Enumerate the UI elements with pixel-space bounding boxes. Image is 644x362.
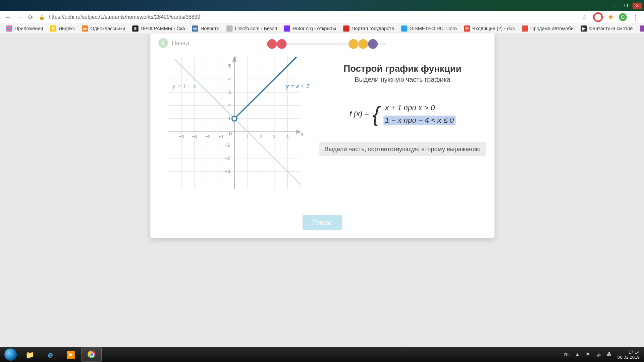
taskbar-clock[interactable]: 17:14 08.02.2019 xyxy=(618,350,640,359)
browser-menu-icon[interactable]: ⋮ xyxy=(632,13,639,21)
bookmark-item[interactable]: Портал государств xyxy=(340,24,396,33)
svg-text:3: 3 xyxy=(228,90,231,95)
window-minimize-button[interactable]: — xyxy=(609,2,619,8)
bookmark-label: GISMETEO.RU: Пого xyxy=(410,26,457,31)
windows-orb-icon xyxy=(4,348,17,361)
window-close-button[interactable]: ✕ xyxy=(633,2,642,8)
chrome-icon xyxy=(88,351,96,359)
progress-dots xyxy=(267,39,378,49)
bookmark-favicon: ▶ xyxy=(581,25,587,31)
bookmark-item[interactable]: Rutor org - открыты xyxy=(281,24,339,33)
bookmark-item[interactable]: GISMETEO.RU: Пого xyxy=(398,24,460,33)
svg-line-35 xyxy=(175,59,301,185)
task-panel: Построй график функции Выдели нужную час… xyxy=(311,53,495,210)
bookmark-item[interactable]: okОдноклассники xyxy=(79,24,128,33)
nav-forward-icon[interactable]: → xyxy=(16,14,23,21)
profile-avatar[interactable]: O xyxy=(619,13,627,21)
svg-text:1: 1 xyxy=(228,116,231,121)
svg-text:3: 3 xyxy=(273,134,276,139)
y-axis-label: y xyxy=(233,55,236,61)
svg-text:2: 2 xyxy=(260,134,262,139)
line-label-2: y = x + 1 xyxy=(286,82,310,89)
case-2-selected[interactable]: 1 − x при − 4 < x ≤ 0 xyxy=(383,116,455,125)
bookmark-favicon: vk xyxy=(192,25,198,31)
bookmarks-bar: Приложения ЯЯндексokОдноклассникиSПРОГРА… xyxy=(0,23,644,34)
svg-text:−2: −2 xyxy=(224,156,230,161)
tray-flag-icon[interactable]: ⚑ xyxy=(586,352,592,358)
bookmark-label: Входящие (2) - dus xyxy=(472,26,515,31)
apps-button[interactable]: Приложения xyxy=(4,24,46,33)
progress-dot xyxy=(358,39,368,49)
svg-text:4: 4 xyxy=(228,76,231,82)
progress-dot xyxy=(267,39,277,49)
bookmark-item[interactable]: Продажа автомоби xyxy=(519,24,576,33)
taskbar-explorer[interactable]: 📁 xyxy=(20,348,40,361)
taskbar-media[interactable]: ▶️ xyxy=(61,348,80,361)
svg-text:−3: −3 xyxy=(224,169,230,174)
graph-svg[interactable]: −4−3−2−1 1234 0 12345 −1−2−3 xyxy=(168,57,301,189)
nav-back-icon[interactable]: ← xyxy=(4,14,11,21)
window-titlebar: — ❐ ✕ xyxy=(0,0,644,11)
language-indicator[interactable]: RU xyxy=(564,352,571,357)
function-definition: f (x) = { x + 1 при x > 0 1 − x при − 4 … xyxy=(350,103,455,125)
start-button[interactable] xyxy=(2,348,19,361)
taskbar-chrome[interactable] xyxy=(82,348,102,362)
system-tray: RU ▲ ⚑ 🔈 🖧 17:14 08.02.2019 xyxy=(564,350,642,359)
bookmark-favicon: Я xyxy=(50,25,56,31)
back-chevron-icon xyxy=(158,38,168,48)
case-1[interactable]: x + 1 при x > 0 xyxy=(383,103,455,113)
address-bar: ← → ⟳ 🔒 https://uchi.ru/subject/1/studen… xyxy=(0,11,644,24)
svg-text:−1: −1 xyxy=(218,134,224,139)
exercise-card: Назад y = 1 − x y = x + 1 xyxy=(150,34,494,238)
bookmark-item[interactable]: Единый личный каб xyxy=(637,24,644,33)
bookmark-favicon: ok xyxy=(82,25,88,31)
bookmark-label: Rutor org - открыты xyxy=(292,26,336,31)
bookmark-item[interactable]: SПРОГРАММЫ - Ска xyxy=(129,24,187,33)
svg-text:−3: −3 xyxy=(192,134,198,139)
svg-text:5: 5 xyxy=(228,63,231,69)
clock-date: 08.02.2019 xyxy=(618,355,640,359)
bookmark-item[interactable]: Linkzb.com - Безоп xyxy=(224,24,280,33)
extension-opera-icon[interactable] xyxy=(593,12,603,22)
ready-button[interactable]: Готово xyxy=(303,215,342,230)
bookmark-favicon xyxy=(401,25,407,31)
svg-text:0: 0 xyxy=(229,131,232,136)
taskbar-ie[interactable]: e xyxy=(41,348,60,361)
clock-time: 17:14 xyxy=(618,350,640,354)
windows-taskbar: 📁 e ▶️ RU ▲ ⚑ 🔈 🖧 17:14 08.02.2019 xyxy=(0,347,644,362)
bookmark-label: Яндекс xyxy=(59,26,75,31)
bookmark-label: Портал государств xyxy=(352,26,394,31)
lock-icon: 🔒 xyxy=(39,14,45,20)
window-maximize-button[interactable]: ❐ xyxy=(621,2,631,8)
url-input[interactable]: 🔒 https://uchi.ru/subject/1/students/hom… xyxy=(39,14,578,20)
bookmark-label: ПРОГРАММЫ - Ска xyxy=(141,26,185,31)
tray-volume-icon[interactable]: 🔈 xyxy=(596,352,602,358)
x-axis-label: x xyxy=(301,131,304,137)
bookmark-item[interactable]: ЯЯндекс xyxy=(48,24,78,33)
bookmark-favicon: M xyxy=(464,25,470,31)
extension-person-icon[interactable]: ✱ xyxy=(608,14,613,21)
back-button[interactable]: Назад xyxy=(158,38,189,48)
graph-panel[interactable]: y = 1 − x y = x + 1 y x xyxy=(150,53,310,210)
back-label: Назад xyxy=(172,40,190,47)
svg-text:4: 4 xyxy=(286,134,289,139)
bookmark-label: Фантастика смотре xyxy=(589,26,633,31)
bookmark-label: Одноклассники xyxy=(90,26,125,31)
brace-icon: { xyxy=(372,106,380,123)
tray-arrow-icon[interactable]: ▲ xyxy=(575,352,581,358)
svg-text:1: 1 xyxy=(246,134,249,139)
bookmark-star-icon[interactable]: ☆ xyxy=(582,14,588,21)
bookmark-favicon: S xyxy=(132,25,138,31)
progress-dot xyxy=(368,39,378,49)
bookmark-favicon xyxy=(226,25,232,31)
line-label-1: y = 1 − x xyxy=(172,82,196,89)
bookmark-item[interactable]: MВходящие (2) - dus xyxy=(461,24,518,33)
bookmark-favicon xyxy=(640,25,644,31)
fx-lhs: f (x) = xyxy=(350,110,369,119)
progress-dot xyxy=(277,39,287,49)
nav-reload-icon[interactable]: ⟳ xyxy=(28,14,35,21)
bookmark-item[interactable]: ▶Фантастика смотре xyxy=(578,24,635,33)
page-body: Назад y = 1 − x y = x + 1 xyxy=(0,34,644,347)
bookmark-item[interactable]: vkНовости xyxy=(190,24,222,33)
tray-network-icon[interactable]: 🖧 xyxy=(607,352,613,358)
